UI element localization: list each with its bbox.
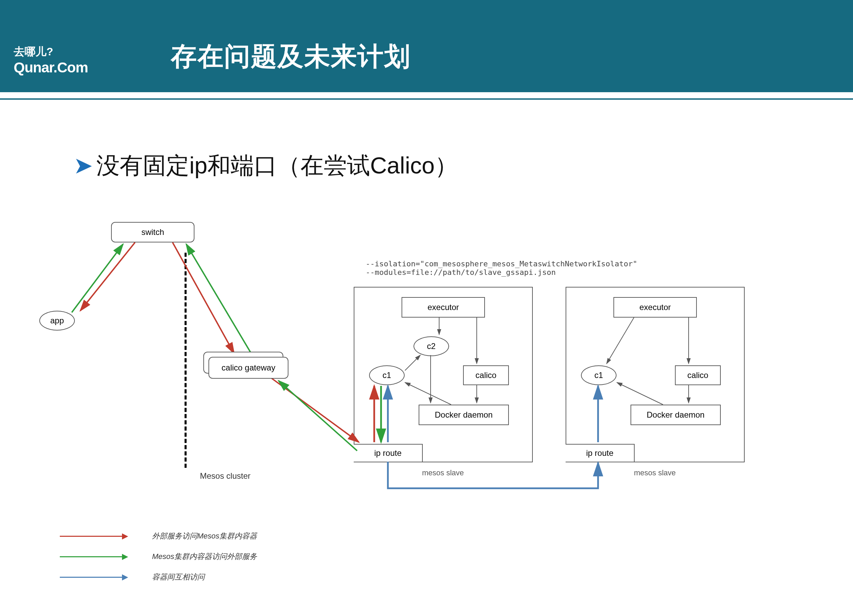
svg-line-5 [279, 381, 357, 451]
slide-header: 去哪儿? Qunar.Com 存在问题及未来计划 [0, 0, 853, 92]
svg-line-0 [72, 244, 123, 312]
slide-title: 存在问题及未来计划 [171, 39, 411, 74]
legend-row-red: 外部服务访问Mesos集群内容器 [60, 526, 257, 546]
svg-line-19 [607, 318, 634, 364]
diagram-arrows [32, 218, 784, 526]
svg-line-1 [80, 242, 135, 311]
node-calico-gateway: calico gateway [208, 357, 288, 379]
architecture-diagram: switch app calico gateway Mesos cluster … [32, 218, 784, 437]
brand-cn: 去哪儿? [14, 44, 88, 59]
bullet-text: 没有固定ip和端口（在尝试Calico） [96, 152, 458, 178]
svg-line-2 [173, 242, 234, 353]
svg-line-12 [405, 355, 420, 371]
brand-logo: 去哪儿? Qunar.Com [14, 44, 88, 76]
slide: 去哪儿? Qunar.Com 存在问题及未来计划 ➤没有固定ip和端口（在尝试C… [0, 0, 853, 616]
bullet-line: ➤没有固定ip和端口（在尝试Calico） [73, 150, 458, 181]
svg-line-3 [186, 244, 251, 353]
legend-text-red: 外部服务访问Mesos集群内容器 [152, 531, 257, 541]
brand-en: Qunar.Com [14, 59, 88, 76]
svg-line-4 [272, 378, 359, 442]
legend-row-blue: 容器间互相访问 [60, 567, 257, 587]
legend-text-blue: 容器间互相访问 [152, 572, 205, 582]
header-underline [0, 98, 853, 100]
svg-line-18 [617, 383, 663, 405]
legend: 外部服务访问Mesos集群内容器 Mesos集群内容器访问外部服务 容器间互相访… [60, 526, 257, 587]
svg-line-15 [405, 383, 451, 405]
legend-text-green: Mesos集群内容器访问外部服务 [152, 551, 257, 562]
legend-row-green: Mesos集群内容器访问外部服务 [60, 546, 257, 567]
bullet-arrow-icon: ➤ [73, 152, 93, 178]
